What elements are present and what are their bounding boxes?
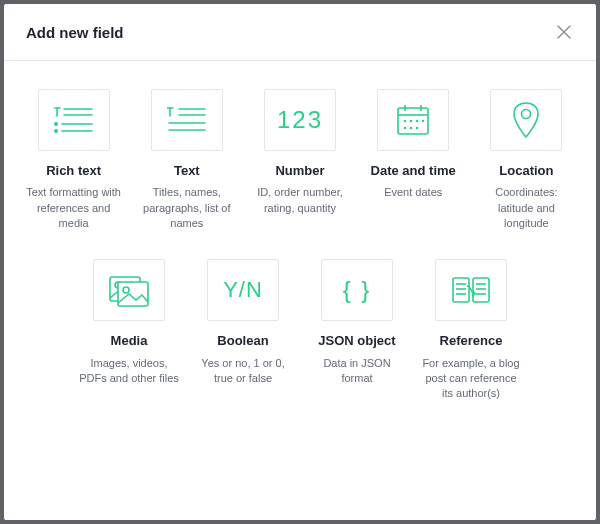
svg-rect-32 (453, 278, 469, 302)
media-icon (93, 259, 165, 321)
svg-point-23 (422, 120, 425, 123)
svg-rect-36 (473, 278, 489, 302)
calendar-icon (377, 89, 449, 151)
field-title: Text (174, 163, 200, 179)
svg-point-6 (54, 123, 56, 125)
number-icon: 123 (264, 89, 336, 151)
close-button[interactable] (554, 22, 574, 42)
field-type-number[interactable]: 123 Number ID, order number, rating, qua… (250, 89, 349, 231)
field-row: Media Images, videos, PDFs and other fil… (24, 259, 576, 401)
close-icon (557, 25, 571, 39)
modal-title: Add new field (26, 24, 124, 41)
field-title: Location (499, 163, 553, 179)
field-title: Media (111, 333, 148, 349)
text-icon (151, 89, 223, 151)
rich-text-icon (38, 89, 110, 151)
svg-point-24 (404, 127, 407, 130)
svg-point-8 (54, 130, 56, 132)
svg-point-21 (410, 120, 413, 123)
svg-rect-30 (118, 282, 148, 306)
modal-body: Rich text Text formatting with reference… (4, 61, 596, 520)
field-desc: For example, a blog post can reference i… (421, 356, 521, 402)
svg-point-25 (410, 127, 413, 130)
field-title: Date and time (371, 163, 456, 179)
field-title: Reference (440, 333, 503, 349)
svg-point-27 (522, 110, 531, 119)
field-type-rich-text[interactable]: Rich text Text formatting with reference… (24, 89, 123, 231)
field-desc: Text formatting with references and medi… (24, 185, 123, 231)
field-row: Rich text Text formatting with reference… (24, 89, 576, 231)
field-desc: ID, order number, rating, quantity (250, 185, 349, 216)
reference-icon (435, 259, 507, 321)
field-title: JSON object (318, 333, 395, 349)
add-field-modal: Add new field (4, 4, 596, 520)
field-title: Number (275, 163, 324, 179)
svg-point-22 (416, 120, 419, 123)
field-desc: Titles, names, paragraphs, list of names (137, 185, 236, 231)
field-type-text[interactable]: Text Titles, names, paragraphs, list of … (137, 89, 236, 231)
svg-point-26 (416, 127, 419, 130)
field-desc: Images, videos, PDFs and other files (79, 356, 179, 387)
field-desc: Data in JSON format (307, 356, 407, 387)
field-desc: Yes or no, 1 or 0, true or false (193, 356, 293, 387)
boolean-icon: Y/N (207, 259, 279, 321)
field-type-json-object[interactable]: { } JSON object Data in JSON format (307, 259, 407, 401)
field-desc: Event dates (384, 185, 442, 200)
json-icon: { } (321, 259, 393, 321)
field-type-media[interactable]: Media Images, videos, PDFs and other fil… (79, 259, 179, 401)
field-title: Boolean (217, 333, 268, 349)
field-type-boolean[interactable]: Y/N Boolean Yes or no, 1 or 0, true or f… (193, 259, 293, 401)
field-type-reference[interactable]: Reference For example, a blog post can r… (421, 259, 521, 401)
modal-header: Add new field (4, 4, 596, 61)
field-desc: Coordinates: latitude and longitude (477, 185, 576, 231)
field-type-date-time[interactable]: Date and time Event dates (364, 89, 463, 231)
svg-point-20 (404, 120, 407, 123)
field-type-location[interactable]: Location Coordinates: latitude and longi… (477, 89, 576, 231)
location-pin-icon (490, 89, 562, 151)
field-title: Rich text (46, 163, 101, 179)
